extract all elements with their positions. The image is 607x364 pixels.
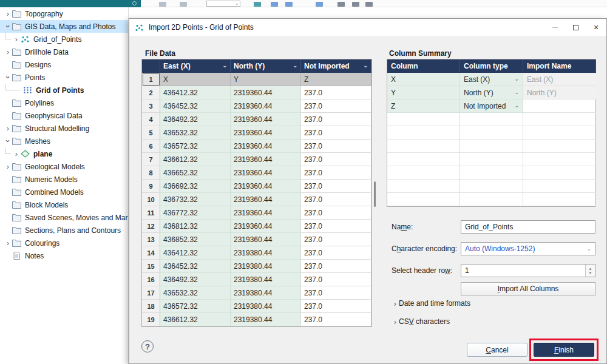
table-cell[interactable]: 436452.32	[160, 260, 231, 273]
table-cell[interactable]: Z	[301, 73, 371, 86]
csv-characters-expander[interactable]: › CSV characters	[392, 317, 450, 326]
table-cell[interactable]: 2319360.44	[231, 86, 301, 99]
table-cell[interactable]: 436532.32	[160, 126, 231, 140]
row-number[interactable]: 14	[142, 246, 160, 260]
table-cell[interactable]: 2319360.44	[231, 180, 301, 193]
tree-item-points[interactable]: ›Points	[0, 71, 128, 84]
import-name-cell[interactable]: East (X)	[523, 73, 596, 86]
table-cell[interactable]: 237.0	[301, 86, 371, 99]
chevron-down-icon[interactable]: ⌄	[514, 90, 519, 95]
row-number[interactable]: 1	[142, 73, 160, 86]
tree-item-geophysical-data[interactable]: Geophysical Data	[0, 109, 128, 122]
tree-item-sections-plans-and-contours[interactable]: Sections, Plans and Contours	[0, 224, 128, 237]
tree-item-meshes[interactable]: ›Meshes	[0, 135, 128, 147]
toolbar-icon-4[interactable]	[271, 2, 278, 7]
table-cell[interactable]: 237.0	[301, 113, 371, 126]
table-cell[interactable]: 436812.32	[160, 220, 231, 233]
table-cell[interactable]: 237.0	[301, 180, 371, 193]
chevron-down-icon[interactable]: ⌄	[293, 63, 297, 69]
tree-item-grid-of-points[interactable]: ›Grid_of_Points	[0, 33, 128, 46]
row-number[interactable]: 4	[142, 113, 160, 126]
maximize-button[interactable]	[565, 19, 586, 36]
tree-item-polylines[interactable]: Polylines	[0, 96, 128, 109]
table-cell[interactable]: 237.0	[301, 99, 371, 113]
row-number[interactable]: 18	[142, 300, 160, 313]
row-number[interactable]: 10	[142, 193, 160, 206]
search-icon[interactable]	[132, 1, 137, 5]
tree-item-gis-data-maps-and-photos[interactable]: ›GIS Data, Maps and Photos	[0, 20, 128, 33]
table-cell[interactable]: 436492.32	[160, 273, 231, 286]
table-cell[interactable]: 2319380.44	[231, 313, 301, 326]
tree-item-geological-models[interactable]: ›Geological Models	[0, 160, 128, 173]
table-cell[interactable]: 2319360.44	[231, 220, 301, 233]
table-cell[interactable]: 436572.32	[160, 300, 231, 313]
table-cell[interactable]: 237.0	[301, 126, 371, 140]
tree-chevron-right-icon[interactable]: ›	[4, 10, 12, 18]
row-number[interactable]: 11	[142, 206, 160, 220]
stepper-arrows[interactable]: ▴ ▾	[585, 265, 595, 277]
import-name-cell[interactable]	[523, 99, 596, 113]
table-cell[interactable]: 2319360.44	[231, 113, 301, 126]
row-number[interactable]: 16	[142, 273, 160, 286]
table-cell[interactable]: 237.0	[301, 140, 371, 153]
table-cell[interactable]: 237.0	[301, 313, 371, 326]
table-cell[interactable]: 436612.32	[160, 153, 231, 166]
import-name-cell[interactable]: North (Y)	[523, 86, 596, 99]
tree-chevron-right-icon[interactable]: ›	[4, 48, 12, 56]
table-cell[interactable]: 436492.32	[160, 113, 231, 126]
row-number[interactable]: 3	[142, 99, 160, 113]
table-cell[interactable]: 237.0	[301, 206, 371, 220]
table-cell[interactable]: 436772.32	[160, 206, 231, 220]
row-number[interactable]: 5	[142, 126, 160, 140]
table-cell[interactable]: 2319360.44	[231, 233, 301, 246]
row-number[interactable]: 12	[142, 220, 160, 233]
table-cell[interactable]: 436612.32	[160, 313, 231, 326]
chevron-down-icon[interactable]: ⌄	[363, 63, 368, 69]
table-cell[interactable]: 237.0	[301, 260, 371, 273]
table-cell[interactable]: 436412.32	[160, 86, 231, 99]
table-cell[interactable]: 237.0	[301, 153, 371, 166]
toolbar-icon-3[interactable]	[254, 2, 261, 7]
column-summary-table[interactable]: ColumnColumn typeImport NameXEast (X)⌄Ea…	[387, 59, 595, 207]
table-cell[interactable]: 436652.32	[160, 166, 231, 180]
table-cell[interactable]: 436732.32	[160, 193, 231, 206]
column-type-dropdown[interactable]: Not Imported⌄	[460, 99, 523, 113]
table-cell[interactable]: 237.0	[301, 166, 371, 180]
minimize-button[interactable]	[544, 19, 565, 36]
table-cell[interactable]: 237.0	[301, 193, 371, 206]
character-encoding-select[interactable]: Auto (Windows-1252) ⌄	[461, 242, 595, 255]
row-number[interactable]: 17	[142, 286, 160, 300]
table-cell[interactable]: 436452.32	[160, 99, 231, 113]
date-time-formats-expander[interactable]: › Date and time formats	[392, 299, 470, 308]
tree-chevron-down-icon[interactable]: ›	[4, 22, 12, 31]
table-cell[interactable]: 436852.32	[160, 233, 231, 246]
row-number[interactable]: 15	[142, 260, 160, 273]
column-header[interactable]: North (Y)⌄	[231, 59, 301, 73]
table-cell[interactable]: 2319360.44	[231, 99, 301, 113]
column-type-dropdown[interactable]: East (X)⌄	[460, 73, 523, 86]
dialog-titlebar[interactable]: Import 2D Points - Grid of Points ×	[129, 19, 606, 36]
toolbar-icon-9[interactable]	[365, 2, 373, 7]
table-cell[interactable]: 2319380.44	[231, 286, 301, 300]
header-row-stepper[interactable]: 1 ▴ ▾	[461, 264, 595, 277]
row-number[interactable]: 13	[142, 233, 160, 246]
table-cell[interactable]: 2319380.44	[231, 260, 301, 273]
toolbar-icon-8[interactable]	[352, 2, 359, 7]
table-cell[interactable]: 2319360.44	[231, 153, 301, 166]
table-cell[interactable]: 237.0	[301, 220, 371, 233]
row-number[interactable]: 8	[142, 166, 160, 180]
tree-chevron-right-icon[interactable]: ›	[4, 163, 12, 170]
table-cell[interactable]: 2319360.44	[231, 206, 301, 220]
tree-item-notes[interactable]: Notes	[0, 249, 128, 262]
tree-item-grid-of-points[interactable]: Grid of Points	[0, 84, 128, 96]
tree-item-structural-modelling[interactable]: ›Structural Modelling	[0, 122, 128, 135]
toolbar-icon-7[interactable]	[337, 2, 345, 7]
finish-button[interactable]: Finish	[534, 343, 594, 357]
table-cell[interactable]: 436692.32	[160, 180, 231, 193]
table-cell[interactable]: 436572.32	[160, 140, 231, 153]
table-cell[interactable]: 237.0	[301, 233, 371, 246]
table-cell[interactable]: 436412.32	[160, 246, 231, 260]
toolbar-icon-6[interactable]	[316, 2, 323, 7]
tree-item-numeric-models[interactable]: Numeric Models	[0, 173, 128, 186]
tree-item-drillhole-data[interactable]: ›Drillhole Data	[0, 46, 128, 58]
